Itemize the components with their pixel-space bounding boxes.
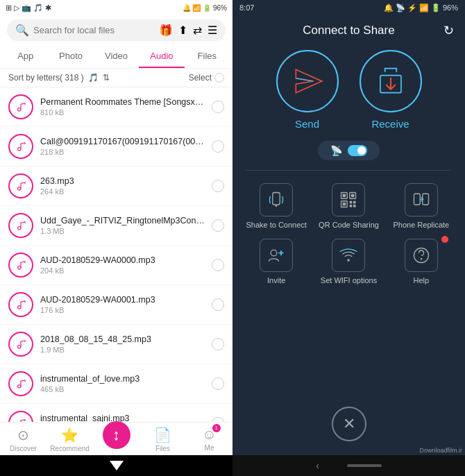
upload-icon[interactable]: ⬆: [178, 24, 187, 37]
tab-app[interactable]: App: [3, 45, 48, 68]
file-info: Udd_Gaye_-_RITVIZ_RingtonelMp3Convertern…: [40, 216, 205, 235]
svg-rect-21: [350, 201, 353, 204]
list-item[interactable]: 2018_08_08_15_48_25.mp3 1.9 MB: [0, 325, 232, 364]
list-item[interactable]: Udd_Gaye_-_RITVIZ_RingtonelMp3Convertern…: [0, 206, 232, 246]
toggle-switch[interactable]: [348, 145, 367, 156]
menu-icon[interactable]: ☰: [208, 24, 217, 37]
file-select-circle[interactable]: [212, 377, 224, 390]
file-select-circle[interactable]: [212, 101, 224, 113]
list-item[interactable]: 263.mp3 264 kB: [0, 167, 232, 206]
toggle-row: 📡: [232, 137, 465, 164]
svg-point-2: [18, 187, 22, 191]
file-name: Call@009191170167(009191170167(009191170…: [40, 137, 205, 146]
select-circle-icon: [214, 73, 224, 83]
file-size: 810 kB: [40, 108, 205, 117]
file-name: 2018_08_08_15_48_25.mp3: [40, 334, 205, 344]
list-item[interactable]: Call@009191170167(009191170167(009191170…: [0, 127, 232, 167]
tab-photo[interactable]: Photo: [48, 45, 93, 68]
list-item[interactable]: Permanent Roommates Theme [Songsx.Pk].m.…: [0, 87, 232, 127]
send-button[interactable]: Send: [276, 50, 339, 130]
file-select-circle[interactable]: [212, 298, 224, 311]
gift-icon[interactable]: 🎁: [159, 24, 173, 37]
file-select-circle[interactable]: [212, 417, 224, 422]
phone-replicate[interactable]: Phone Replicate: [389, 183, 454, 229]
right-panel: 8:07 🔔 📡 ⚡ 📶 🔋 96% Connect to Share ↻ Se…: [232, 0, 465, 476]
svg-point-28: [271, 250, 277, 256]
right-header: Connect to Share ↻: [232, 15, 465, 43]
shake-to-connect[interactable]: Shake to Connect: [244, 183, 309, 229]
refresh-icon[interactable]: ↻: [443, 23, 454, 38]
file-select-circle[interactable]: [212, 219, 224, 232]
file-list: Permanent Roommates Theme [Songsx.Pk].m.…: [0, 87, 232, 422]
svg-point-1: [18, 148, 22, 151]
list-item[interactable]: AUD-20180529-WA0001.mp3 176 kB: [0, 285, 232, 325]
list-item[interactable]: AUD-20180529-WA0000.mp3 204 kB: [0, 246, 232, 285]
phone-replicate-label: Phone Replicate: [393, 221, 449, 229]
sort-filter-icon[interactable]: ⇅: [103, 73, 110, 83]
wifi-icon-box: [332, 239, 365, 272]
invite-icon-box: [260, 239, 293, 272]
back-icon[interactable]: [110, 461, 124, 470]
file-info: 263.mp3 264 kB: [40, 176, 205, 196]
hotspot-toggle[interactable]: 📡: [318, 141, 380, 160]
sort-text: Sort by letters( 318 ): [8, 73, 84, 83]
nav-discover-label: Discover: [10, 445, 37, 452]
svg-rect-23: [350, 205, 353, 207]
qr-code-sharing[interactable]: QR Code Sharing: [316, 183, 381, 229]
qr-label: QR Code Sharing: [319, 221, 379, 229]
file-info: Call@009191170167(009191170167(009191170…: [40, 137, 205, 156]
search-input[interactable]: [33, 25, 155, 35]
nav-transfer[interactable]: ↕: [93, 427, 140, 452]
invite-option[interactable]: Invite: [244, 239, 309, 284]
back-icon-right[interactable]: ‹: [316, 460, 319, 471]
grid-options: Shake to Connect QR Code Sharing: [232, 176, 465, 236]
files-icon: 📄: [154, 427, 171, 443]
sort-bar: Sort by letters( 318 ) 🎵 ⇅ Select: [0, 69, 232, 87]
send-circle: [276, 50, 339, 112]
select-button[interactable]: Select: [189, 73, 224, 83]
search-bar-icons: 🎁 ⬆ ⇄ ☰: [159, 24, 217, 37]
close-button[interactable]: ✕: [332, 407, 366, 441]
hotspot-icon: 📡: [330, 145, 342, 156]
audio-file-icon: [8, 253, 33, 278]
tab-video[interactable]: Video: [94, 45, 139, 68]
tab-files[interactable]: Files: [185, 45, 230, 68]
list-item[interactable]: instrumental_sajni.mp3 478 kB: [0, 404, 232, 422]
svg-point-4: [18, 266, 22, 270]
bottom-section: ✕: [232, 291, 465, 455]
receive-label: Receive: [371, 118, 409, 130]
nav-me[interactable]: ☺ Me: [186, 427, 232, 452]
invite-row: Invite Set WIFI options: [232, 236, 465, 291]
audio-file-icon: [8, 94, 33, 119]
nav-files[interactable]: 📄 Files: [140, 427, 186, 452]
file-size: 264 kB: [40, 187, 205, 196]
svg-rect-19: [351, 194, 354, 197]
file-info: Permanent Roommates Theme [Songsx.Pk].m.…: [40, 97, 205, 117]
search-bar[interactable]: 🔍 🎁 ⬆ ⇄ ☰: [7, 19, 226, 41]
file-select-circle[interactable]: [212, 140, 224, 153]
file-select-circle[interactable]: [212, 259, 224, 271]
share-icon[interactable]: ⇄: [193, 24, 202, 37]
qr-icon-box: [332, 183, 365, 216]
help-label: Help: [414, 276, 430, 284]
list-item[interactable]: instrumental_of_love.mp3 465 kB: [0, 364, 232, 404]
svg-rect-24: [353, 205, 356, 207]
wifi-option[interactable]: Set WIFI options: [316, 239, 381, 284]
file-select-circle[interactable]: [212, 338, 224, 350]
file-select-circle[interactable]: [212, 180, 224, 192]
svg-point-6: [18, 346, 22, 349]
svg-point-3: [18, 227, 22, 230]
file-size: 465 kB: [40, 385, 205, 393]
help-option[interactable]: Help: [389, 239, 454, 284]
nav-discover[interactable]: ⊙ Discover: [0, 427, 46, 452]
status-bar-right: 8:07 🔔 📡 ⚡ 📶 🔋 96%: [232, 0, 465, 15]
home-pill[interactable]: [347, 464, 382, 467]
invite-label: Invite: [267, 276, 285, 284]
nav-recommend[interactable]: ⭐ Recommend: [46, 427, 93, 452]
file-name: AUD-20180529-WA0001.mp3: [40, 295, 205, 305]
left-panel: ⊞ ▷ 📺 🎵 ✱ 🔔 📶 🔋 96% 🔍 🎁 ⬆ ⇄ ☰ App Photo …: [0, 0, 232, 476]
receive-button[interactable]: Receive: [360, 50, 422, 130]
send-label: Send: [295, 118, 319, 130]
tab-audio[interactable]: Audio: [139, 45, 184, 68]
audio-file-icon: [8, 292, 33, 317]
